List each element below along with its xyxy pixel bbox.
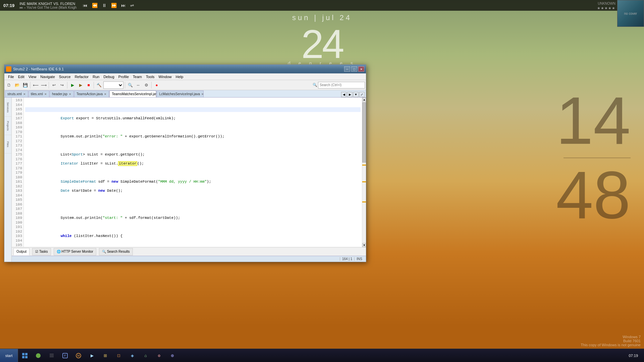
tabs-scroll-left[interactable]: ◀ <box>341 92 346 97</box>
album-art[interactable]: no cover <box>617 0 644 27</box>
menu-navigate[interactable]: Navigate <box>38 73 57 80</box>
code-content[interactable]: Export export = StrutsUtils.unmarshallFe… <box>24 98 362 247</box>
tabs-navigation: ◀ ▶ ▼ ⤢ <box>341 92 365 97</box>
tab-teams-matches-service[interactable]: TeamsMatchesServiceImpl.java ✕ <box>109 90 156 97</box>
bottom-tab-http-monitor[interactable]: 🌐 HTTP Server Monitor <box>54 248 96 255</box>
svg-text:⊡: ⊡ <box>117 353 120 358</box>
scroll-marker-3 <box>362 201 366 202</box>
taskbar-icon-1[interactable] <box>19 350 31 362</box>
tabs-scroll-right[interactable]: ▶ <box>347 92 353 97</box>
toolbar-new-btn[interactable]: 🗋 <box>5 81 13 89</box>
menu-source[interactable]: Source <box>57 73 73 80</box>
tab-lc-matches-service[interactable]: LcMatchesServiceImpl.java ✕ <box>157 90 204 97</box>
media-shuffle-btn[interactable]: ⇌ <box>129 2 136 9</box>
menu-tools[interactable]: Tools <box>144 73 157 80</box>
taskbar-icon-7[interactable]: ⊞ <box>99 350 111 362</box>
taskbar-icon-9[interactable]: ◈ <box>126 350 138 362</box>
toolbar-replace-btn[interactable]: ↔ <box>135 81 142 89</box>
taskbar-icon-3[interactable] <box>46 350 58 362</box>
tab-header-jsp-close[interactable]: ✕ <box>69 93 71 96</box>
taskbar-icon-2[interactable] <box>32 350 44 362</box>
menu-view[interactable]: View <box>26 73 39 80</box>
netbeans-titlebar: Struts2 2 - NetBeans IDE 6.9.1 ─ □ ✕ <box>4 65 366 73</box>
tab-header-jsp[interactable]: header.jsp ✕ <box>50 90 74 97</box>
start-button[interactable]: start <box>0 349 18 362</box>
scroll-thumb[interactable] <box>362 102 366 163</box>
tab-teams-action[interactable]: TeamsAction.java ✕ <box>74 90 109 97</box>
svg-point-4 <box>36 353 41 358</box>
code-line-171 <box>25 171 361 175</box>
tab-struts-xml-close[interactable]: ✕ <box>23 93 26 96</box>
menu-profile[interactable]: Profile <box>116 73 131 80</box>
bottom-tab-output[interactable]: Output <box>13 248 30 255</box>
toolbar-build-btn[interactable]: 🔨 <box>95 81 103 89</box>
toolbar-breakpoint-btn[interactable]: ● <box>153 81 160 89</box>
svg-rect-1 <box>25 353 28 355</box>
toolbar-save-btn[interactable]: 💾 <box>21 81 29 89</box>
search-input[interactable] <box>318 82 365 88</box>
taskbar-icon-11[interactable]: ⚙ <box>153 350 165 362</box>
scroll-down-arrow[interactable]: ▼ <box>362 243 366 247</box>
bottom-tab-tasks-label: Tasks <box>39 250 48 253</box>
toolbar-sep4 <box>94 82 94 88</box>
media-forward-btn[interactable]: ⏩ <box>110 2 118 9</box>
minimize-button[interactable]: ─ <box>344 66 350 72</box>
toolbar-stop-btn[interactable]: ■ <box>85 81 92 89</box>
taskbar-clock[interactable]: 07:19 <box>626 354 641 358</box>
toolbar-debug-btn[interactable]: ▶ <box>77 81 84 89</box>
menu-file[interactable]: File <box>6 73 16 80</box>
taskbar-icon-10[interactable]: ⌂ <box>140 350 152 362</box>
window-controls[interactable]: ─ □ ✕ <box>344 66 364 72</box>
bottom-tab-output-label: Output <box>16 250 26 253</box>
media-rewind-btn[interactable]: ⏪ <box>91 2 99 9</box>
right-numbers: 14 48 <box>556 87 631 229</box>
media-prev-btn[interactable]: ⏮ <box>82 2 89 9</box>
media-pause-btn[interactable]: ⏸ <box>101 2 108 9</box>
menu-window[interactable]: Window <box>157 73 174 80</box>
album-art-label: no cover <box>624 12 637 15</box>
taskbar-icon-4[interactable]: F <box>59 350 71 362</box>
toolbar-refactor-btn[interactable]: ⚙ <box>143 81 150 89</box>
bottom-tab-search-results[interactable]: 🔍 Search Results <box>99 248 133 255</box>
sidebar-item-files[interactable]: Files <box>5 135 11 154</box>
taskbar-icon-6[interactable]: ▶ <box>86 350 98 362</box>
tab-struts-xml[interactable]: struts.xml ✕ <box>5 90 28 97</box>
bottom-tab-tasks[interactable]: ☑ Tasks <box>32 248 51 255</box>
scroll-up-arrow[interactable]: ▲ <box>362 98 366 102</box>
tab-tiles-xml-close[interactable]: ✕ <box>44 93 47 96</box>
search-results-icon: 🔍 <box>102 250 106 253</box>
status-mode: INS <box>354 257 364 261</box>
bottom-tab-http-label: HTTP Server Monitor <box>62 250 93 253</box>
close-button[interactable]: ✕ <box>358 66 364 72</box>
maximize-button[interactable]: □ <box>351 66 357 72</box>
taskbar-icon-12[interactable]: ⊕ <box>166 350 178 362</box>
menu-help[interactable]: Help <box>174 73 185 80</box>
toolbar-run-btn[interactable]: ▶ <box>69 81 76 89</box>
menu-refactor[interactable]: Refactor <box>73 73 91 80</box>
tab-tiles-xml[interactable]: tiles.xml ✕ <box>29 90 49 97</box>
menu-edit[interactable]: Edit <box>16 73 26 80</box>
media-controls[interactable]: ⏮ ⏪ ⏸ ⏩ ⏭ ⇌ <box>78 2 139 9</box>
tab-lc-matches-service-close[interactable]: ✕ <box>201 93 204 96</box>
tabs-maximize[interactable]: ⤢ <box>359 92 365 97</box>
sidebar-item-projects[interactable]: Projects <box>5 117 11 135</box>
toolbar-find-btn[interactable]: 🔍 <box>126 81 134 89</box>
toolbar-config-dropdown[interactable] <box>103 81 123 89</box>
toolbar-redo-btn[interactable]: ↪ <box>58 81 66 89</box>
menu-run[interactable]: Run <box>91 73 101 80</box>
toolbar-forward-btn[interactable]: ⟶ <box>40 81 47 89</box>
tabs-dropdown[interactable]: ▼ <box>353 92 359 97</box>
taskbar-right: 07:19 <box>626 354 644 358</box>
taskbar-icon-8[interactable]: ⊡ <box>113 350 125 362</box>
tab-teams-action-close[interactable]: ✕ <box>104 93 107 96</box>
toolbar-open-btn[interactable]: 📂 <box>13 81 21 89</box>
media-next-btn[interactable]: ⏭ <box>120 2 127 9</box>
sidebar-item-services[interactable]: Services <box>5 98 11 117</box>
menu-debug[interactable]: Debug <box>101 73 116 80</box>
toolbar-undo-btn[interactable]: ↩ <box>50 81 58 89</box>
taskbar-icon-5[interactable]: M <box>72 350 85 362</box>
vertical-scrollbar[interactable]: ▲ ▼ <box>362 98 366 247</box>
toolbar-back-btn[interactable]: ⟵ <box>32 81 39 89</box>
menu-team[interactable]: Team <box>131 73 144 80</box>
not-genuine-line3: This copy of Windows is not genuine <box>581 343 641 347</box>
